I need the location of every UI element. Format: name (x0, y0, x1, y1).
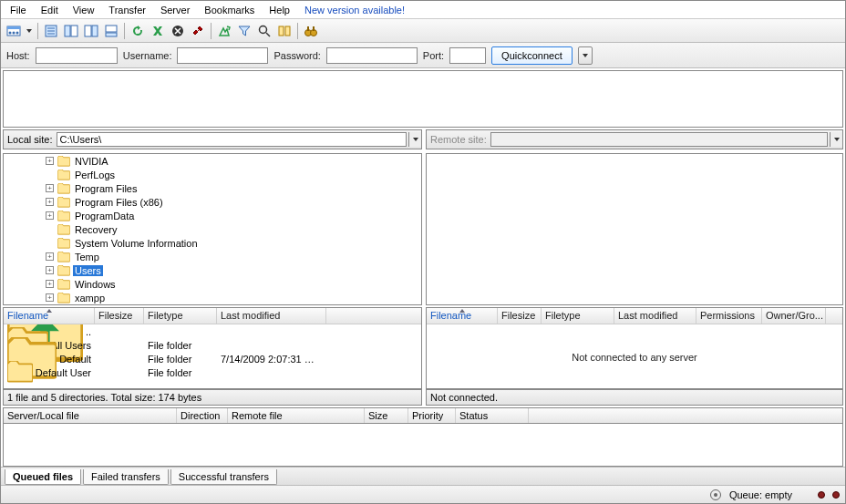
tree-item[interactable]: +Users (4, 263, 421, 277)
host-label: Host: (6, 50, 30, 61)
compare-icon[interactable] (275, 22, 294, 40)
svg-rect-13 (106, 26, 117, 32)
column-header[interactable]: Filesize (95, 308, 144, 324)
svg-point-26 (714, 493, 717, 497)
toolbar-separator (37, 23, 38, 39)
column-header[interactable]: Filename (4, 308, 95, 324)
menu-bookmarks[interactable]: Bookmarks (197, 3, 262, 17)
filter-icon[interactable] (235, 22, 253, 40)
menu-file[interactable]: File (3, 3, 34, 17)
cancel-icon[interactable] (169, 22, 187, 40)
tree-item-label: ProgramData (73, 211, 136, 221)
remote-file-list[interactable]: FilenameFilesizeFiletypeLast modifiedPer… (426, 307, 843, 389)
tree-item[interactable]: System Volume Information (4, 236, 421, 250)
process-queue-icon[interactable] (149, 22, 167, 40)
disconnect-icon[interactable] (189, 22, 207, 40)
svg-point-2 (9, 31, 12, 34)
local-site-input[interactable] (57, 132, 407, 147)
column-header[interactable]: Permissions (696, 308, 762, 324)
tree-item-label: Windows (73, 279, 118, 290)
activity-led-1 (818, 491, 825, 499)
column-header[interactable]: Filesize (498, 308, 542, 324)
expander-icon[interactable]: + (46, 266, 54, 274)
column-header[interactable]: Size (365, 408, 408, 423)
quickconnect-dropdown[interactable] (578, 46, 593, 65)
binoculars-icon[interactable] (302, 22, 320, 40)
tree-item[interactable]: +NVIDIA (4, 154, 421, 168)
expander-icon[interactable]: + (46, 157, 54, 165)
tab-successful-transfers[interactable]: Successful transfers (170, 469, 277, 485)
toggle-queue-icon[interactable] (102, 22, 120, 40)
toolbar-separator (124, 23, 125, 39)
local-status: 1 file and 5 directories. Total size: 17… (3, 389, 422, 406)
column-header[interactable]: Status (456, 408, 529, 423)
column-header[interactable]: Last modified (614, 308, 696, 324)
new-version-link[interactable]: New version available! (297, 3, 412, 17)
svg-point-3 (13, 31, 15, 34)
column-header[interactable]: Filename (427, 308, 498, 324)
svg-point-17 (260, 26, 267, 33)
refresh-icon[interactable] (129, 22, 147, 40)
message-log[interactable] (3, 70, 843, 128)
expander-icon[interactable]: + (46, 280, 54, 288)
tree-item[interactable]: +ProgramData (4, 209, 421, 222)
quickconnect-button[interactable]: Quickconnect (491, 46, 573, 65)
username-input[interactable] (177, 47, 268, 64)
password-input[interactable] (326, 47, 418, 64)
toggle-log-icon[interactable] (42, 22, 60, 40)
tree-item[interactable]: +Program Files (x86) (4, 195, 421, 209)
expander-icon[interactable]: + (46, 252, 54, 261)
column-header[interactable]: Owner/Gro... (762, 308, 826, 324)
expander-icon[interactable]: + (46, 211, 54, 220)
local-site-dropdown[interactable] (408, 132, 421, 147)
column-header[interactable]: Filetype (144, 308, 217, 324)
queue-header: Server/Local fileDirectionRemote fileSiz… (3, 407, 843, 424)
menu-transfer[interactable]: Transfer (101, 3, 153, 17)
local-tree[interactable]: +NVIDIAPerfLogs+Program Files+Program Fi… (3, 153, 422, 305)
tree-item[interactable]: PerfLogs (4, 168, 421, 181)
tree-item[interactable]: +Windows (4, 277, 421, 291)
tab-queued-files[interactable]: Queued files (5, 469, 81, 485)
column-header[interactable]: Filetype (542, 308, 614, 324)
svg-rect-19 (279, 26, 284, 36)
expander-icon[interactable]: + (46, 198, 54, 206)
list-item[interactable]: Default UserFile folder (4, 365, 421, 379)
menu-view[interactable]: View (66, 3, 102, 17)
port-input[interactable] (449, 47, 486, 64)
expander-icon[interactable]: + (46, 184, 54, 192)
column-header[interactable]: Remote file (228, 408, 365, 423)
toolbar (1, 19, 845, 43)
menu-help[interactable]: Help (262, 3, 297, 17)
quickconnect-bar: Host: Username: Password: Port: Quickcon… (1, 43, 845, 68)
tab-failed-transfers[interactable]: Failed transfers (83, 469, 169, 485)
search-icon[interactable] (255, 22, 273, 40)
tree-item[interactable]: +Temp (4, 250, 421, 263)
tree-item-label: Users (73, 265, 103, 276)
remote-tree[interactable] (426, 153, 843, 305)
sitemanager-dropdown-icon[interactable] (25, 22, 34, 40)
sitemanager-icon[interactable] (5, 22, 23, 40)
remote-site-dropdown[interactable] (830, 132, 842, 147)
column-header[interactable]: Direction (177, 408, 228, 423)
tree-item[interactable]: Recovery (4, 222, 421, 236)
column-header[interactable]: Last modified (217, 308, 326, 324)
toggle-tree-remote-icon[interactable] (82, 22, 100, 40)
svg-line-18 (266, 33, 270, 36)
reconnect-icon[interactable] (215, 22, 233, 40)
svg-rect-20 (285, 26, 290, 36)
menu-edit[interactable]: Edit (34, 3, 66, 17)
column-header[interactable]: Priority (408, 408, 456, 423)
file-type: File folder (144, 354, 217, 365)
menu-server[interactable]: Server (153, 3, 197, 17)
svg-point-4 (16, 31, 19, 34)
queue-body[interactable] (3, 424, 843, 467)
svg-rect-10 (71, 26, 77, 36)
tree-item[interactable]: +Program Files (4, 181, 421, 195)
remote-site-input (490, 132, 828, 147)
tree-item[interactable]: +xampp (4, 291, 421, 304)
column-header[interactable]: Server/Local file (4, 408, 177, 423)
expander-icon[interactable]: + (46, 293, 54, 302)
local-file-list[interactable]: FilenameFilesizeFiletypeLast modified ..… (3, 307, 422, 389)
toggle-tree-local-icon[interactable] (62, 22, 80, 40)
host-input[interactable] (36, 47, 118, 64)
